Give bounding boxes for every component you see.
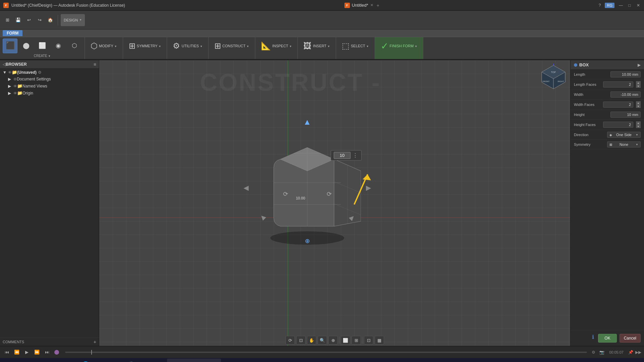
- viewport-env-btn[interactable]: ⊡: [364, 336, 373, 345]
- height-faces-up[interactable]: ▲: [636, 121, 641, 125]
- start-button[interactable]: ⊞: [1, 359, 17, 362]
- browser-named-views[interactable]: ▶ 👁 📁 Named Views: [0, 82, 99, 89]
- views-eye-icon[interactable]: 👁: [13, 84, 17, 88]
- insert-btn[interactable]: 🖼 INSERT ▼: [301, 39, 333, 53]
- comments-add-btn[interactable]: +: [94, 339, 96, 345]
- taskbar-explorer-btn[interactable]: 📁: [93, 359, 107, 362]
- viewport-render-btn[interactable]: ▦: [375, 336, 384, 345]
- taskbar-terminal-btn[interactable]: 💻: [108, 359, 122, 362]
- create-quad-btn[interactable]: ⬡: [67, 39, 82, 53]
- width-faces-down[interactable]: ▼: [636, 105, 641, 108]
- task-view-btn[interactable]: ⧉: [68, 359, 78, 362]
- viewport[interactable]: CONSTRUCT - ▲ ◀ ▶ ▶ ▶ ⊕: [99, 60, 570, 346]
- height-faces-spinner[interactable]: ▲ ▼: [636, 121, 641, 128]
- viewport-fit-btn[interactable]: ⊡: [296, 336, 306, 345]
- maximize-btn[interactable]: □: [627, 3, 632, 8]
- create-torus-btn[interactable]: ◉: [51, 39, 66, 53]
- create-box-btn[interactable]: ⬛: [3, 39, 17, 53]
- props-expand-btn[interactable]: ▶: [638, 63, 641, 67]
- height-value[interactable]: 10 mm: [610, 112, 641, 118]
- root-settings-icon[interactable]: ⚙: [38, 70, 42, 75]
- width-value[interactable]: -10.00 mm: [610, 92, 641, 98]
- width-faces-value[interactable]: 2: [603, 102, 633, 108]
- viewport-zoom-more-btn[interactable]: ⊕: [328, 336, 338, 345]
- timeline-play-btn[interactable]: ▶: [23, 348, 31, 356]
- length-value[interactable]: 10.00 mm: [610, 71, 641, 77]
- browser-origin[interactable]: ▶ 👁 📁 Origin: [0, 89, 99, 97]
- 3d-box-object[interactable]: ▲ ◀ ▶ ▶ ▶ ⊕: [254, 127, 361, 248]
- design-btn[interactable]: DESIGN ▼: [61, 14, 85, 26]
- taskbar-game-btn[interactable]: 🎮: [152, 359, 166, 362]
- root-eye-icon[interactable]: 👁: [8, 70, 12, 74]
- new-tab-btn[interactable]: +: [377, 3, 379, 8]
- minimize-btn[interactable]: —: [619, 3, 623, 8]
- timeline-forward-btn[interactable]: ⏩: [33, 348, 41, 356]
- move-handle[interactable]: ⊕: [305, 237, 310, 245]
- timeline-track[interactable]: [65, 352, 587, 353]
- home-btn[interactable]: ⊞: [3, 15, 12, 25]
- modify-btn[interactable]: ⬡ MODIFY ▼: [88, 39, 120, 53]
- browser-collapse-btn[interactable]: ◁: [3, 62, 6, 67]
- height-faces-down[interactable]: ▼: [636, 125, 641, 128]
- timeline-expand-btn[interactable]: ▶▶: [635, 350, 641, 355]
- select-btn[interactable]: ⬚ SELECT ▼: [339, 39, 372, 53]
- timeline-settings-btn[interactable]: ⚙: [592, 350, 595, 355]
- cancel-button[interactable]: Cancel: [620, 334, 641, 343]
- length-faces-spinner[interactable]: ▲ ▼: [636, 81, 641, 88]
- utilities-btn[interactable]: ⚙ UTILITIES ▼: [170, 39, 205, 53]
- length-faces-value[interactable]: 2: [603, 81, 633, 87]
- browser-root-item[interactable]: ▼ 👁 📁 (Unsaved) ⚙: [0, 69, 99, 76]
- length-faces-up[interactable]: ▲: [636, 81, 641, 84]
- dimension-input[interactable]: [334, 152, 351, 159]
- search-btn[interactable]: 🔍 Type here to search: [18, 359, 67, 362]
- dimension-popup[interactable]: ⋮: [331, 150, 362, 161]
- info-icon[interactable]: ℹ: [592, 334, 594, 343]
- timeline-camera-btn[interactable]: 📷: [599, 350, 604, 355]
- dimension-menu-btn[interactable]: ⋮: [352, 152, 359, 159]
- home-nav-btn[interactable]: 🏠: [46, 15, 55, 25]
- symmetry-icon: ⊠: [609, 143, 612, 146]
- navigation-cube[interactable]: TOP FRONT RIGHT: [540, 64, 567, 90]
- undo-btn[interactable]: ↩: [24, 15, 34, 25]
- timeline-thumb[interactable]: [91, 350, 92, 355]
- height-faces-value[interactable]: 2: [603, 122, 633, 128]
- browser-menu-btn[interactable]: ≡: [94, 62, 96, 67]
- ok-button[interactable]: OK: [598, 334, 616, 343]
- finish-form-btn[interactable]: ✓ FINISH FORM ▼: [378, 39, 420, 53]
- symmetry-btn[interactable]: ⊞ SYMMETRY ▼: [126, 39, 164, 53]
- create-sphere-btn[interactable]: ⬤: [19, 39, 34, 53]
- viewport-display-btn[interactable]: ⬜: [341, 336, 350, 345]
- viewport-pan-btn[interactable]: ✋: [307, 336, 316, 345]
- help-icon[interactable]: ?: [599, 3, 601, 8]
- origin-eye-icon[interactable]: 👁: [13, 91, 17, 95]
- viewport-grid-btn[interactable]: ⊞: [352, 336, 361, 345]
- width-faces-up[interactable]: ▲: [636, 101, 641, 105]
- taskbar-fusion-btn[interactable]: F Untitled* (ChiefDesi...: [167, 359, 221, 362]
- timeline-back-btn[interactable]: ⏪: [13, 348, 21, 356]
- length-faces-down[interactable]: ▼: [636, 84, 641, 88]
- timeline-start-btn[interactable]: ⏮: [3, 348, 11, 356]
- taskbar-camera-btn[interactable]: 📷: [138, 359, 152, 362]
- create-cylinder-btn[interactable]: ⬜: [35, 39, 50, 53]
- user-avatar[interactable]: RG: [605, 3, 614, 8]
- form-tab[interactable]: FORM: [3, 30, 22, 36]
- tab-close[interactable]: ✕: [370, 3, 373, 7]
- arrow-left[interactable]: ◀: [244, 184, 249, 192]
- browser-doc-settings[interactable]: ▶ ⚙ Document Settings: [0, 76, 99, 82]
- inspect-btn[interactable]: 📐 INSPECT ▼: [258, 39, 295, 53]
- redo-btn[interactable]: ↪: [35, 15, 44, 25]
- direction-dropdown[interactable]: ◈ One Side ▼: [607, 132, 641, 138]
- main-toolbar: ⊞ 💾 ↩ ↪ 🏠 DESIGN ▼: [0, 11, 644, 29]
- timeline-pin-btn[interactable]: 📌: [628, 350, 633, 355]
- viewport-zoom-btn[interactable]: 🔍: [318, 336, 327, 345]
- width-faces-spinner[interactable]: ▲ ▼: [636, 101, 641, 108]
- symmetry-dropdown[interactable]: ⊠ None ▼: [607, 141, 641, 147]
- taskbar-music-btn[interactable]: 🎵: [123, 359, 137, 362]
- construct-btn[interactable]: ⊞ CONSTRUCT ▼: [211, 39, 252, 53]
- taskbar-chrome-btn[interactable]: 🌐: [78, 359, 93, 362]
- close-btn[interactable]: ✕: [636, 3, 641, 8]
- save-btn[interactable]: 💾: [13, 15, 23, 25]
- timeline-end-btn[interactable]: ⏭: [43, 348, 51, 356]
- viewport-orbit-btn[interactable]: ⟳: [285, 336, 295, 345]
- arrow-up[interactable]: ▲: [303, 117, 311, 127]
